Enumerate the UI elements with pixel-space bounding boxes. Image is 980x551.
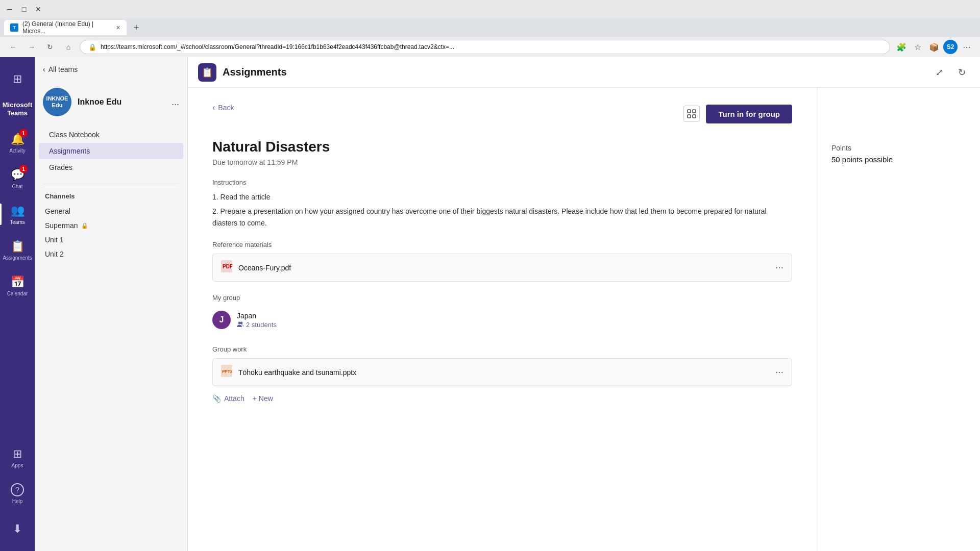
nav-grid-button[interactable]: ⊞ — [0, 61, 35, 97]
team-more-button[interactable]: ... — [172, 97, 179, 108]
pdf-file-icon: PDF — [221, 260, 232, 275]
assignments-header-icon: 📋 — [198, 63, 216, 82]
turn-in-group-button[interactable]: Turn in for group — [706, 105, 792, 123]
close-button[interactable]: ✕ — [33, 4, 44, 15]
group-students: 2 students — [237, 321, 277, 329]
all-teams-label: All teams — [48, 65, 78, 73]
tab-favicon: T — [10, 23, 18, 32]
tab-bar: T (2) General (Inknoe Edu) | Micros... ✕… — [0, 18, 980, 37]
apps-icon: ⊞ — [13, 447, 22, 461]
attach-icon: 📎 — [212, 394, 221, 403]
my-group-label: My group — [212, 294, 792, 302]
group-work-file-more-button[interactable]: ⋯ — [775, 367, 783, 377]
sidebar-item-assignments[interactable]: 📋 Assignments — [0, 232, 35, 268]
channel-unit1[interactable]: Unit 1 — [35, 233, 187, 247]
svg-rect-3 — [693, 115, 696, 118]
reference-materials-label: Reference materials — [212, 241, 792, 248]
window-controls[interactable]: ─ □ ✕ — [4, 4, 44, 15]
sidebar-item-activity[interactable]: 1 🔔 Activity — [0, 125, 35, 161]
assignment-top-actions: Turn in for group — [683, 105, 792, 123]
group-students-count: 2 students — [246, 321, 277, 329]
back-navigation-button[interactable]: ← — [6, 40, 20, 54]
apps-label: Apps — [12, 463, 23, 468]
settings-more-button[interactable]: ⋯ — [960, 40, 974, 54]
team-name: Inknoe Edu — [78, 97, 121, 107]
sidebar-item-chat[interactable]: 1 💬 Chat — [0, 161, 35, 196]
group-info: Japan 2 students — [237, 312, 277, 329]
sidebar-item-teams[interactable]: 👥 Teams — [0, 196, 35, 232]
class-notebook-link[interactable]: Class Notebook — [39, 127, 183, 143]
assignments-sidebar-link[interactable]: Assignments — [39, 143, 183, 159]
back-chevron-icon: ‹ — [43, 65, 45, 73]
group-work-file-card: PPTX Tōhoku earthquake and tsunami.pptx … — [212, 358, 792, 386]
attach-button[interactable]: 📎 Attach — [212, 392, 244, 405]
app-title: Microsoft Teams — [0, 97, 35, 125]
teams-sidebar: ‹ All teams INKNOE Edu Inknoe Edu ... Cl… — [35, 57, 188, 551]
expand-button[interactable]: ⤢ — [931, 64, 947, 81]
new-button[interactable]: + New — [253, 392, 273, 405]
svg-rect-1 — [693, 110, 696, 113]
assignment-due: Due tomorrow at 11:59 PM — [212, 158, 792, 166]
lock-icon: 🔒 — [81, 222, 88, 229]
channel-general-label: General — [45, 207, 70, 215]
grades-link[interactable]: Grades — [39, 159, 183, 176]
instructions-label: Instructions — [212, 179, 792, 186]
back-arrow-icon: ‹ — [212, 103, 215, 112]
sidebar-divider — [43, 184, 179, 184]
view-toggle-button[interactable] — [683, 106, 700, 122]
all-teams-back-button[interactable]: ‹ All teams — [43, 63, 78, 76]
view-icon — [687, 109, 696, 118]
group-avatar: J — [212, 311, 231, 329]
sidebar-item-download[interactable]: ⬇ — [0, 511, 35, 547]
svg-text:PPTX: PPTX — [222, 369, 232, 374]
active-tab[interactable]: T (2) General (Inknoe Edu) | Micros... ✕ — [4, 20, 127, 35]
reload-button[interactable]: ↻ — [43, 40, 57, 54]
teams-label: Teams — [10, 219, 24, 225]
points-section: Points 50 points possible — [831, 144, 966, 164]
sidebar-item-help[interactable]: ? Help — [0, 475, 35, 511]
url-input[interactable]: 🔒 https://teams.microsoft.com/_#/school/… — [80, 40, 890, 54]
channel-superman[interactable]: Superman 🔒 — [35, 218, 187, 233]
download-icon: ⬇ — [13, 522, 22, 536]
tab-close-button[interactable]: ✕ — [116, 24, 120, 31]
refresh-button[interactable]: ↻ — [953, 64, 970, 81]
channel-general[interactable]: General — [35, 204, 187, 218]
favorites-button[interactable]: ☆ — [911, 40, 925, 54]
assignments-nav-label: Assignments — [3, 255, 32, 261]
forward-navigation-button[interactable]: → — [24, 40, 39, 54]
chat-label: Chat — [12, 184, 22, 189]
group-work-label: Group work — [212, 345, 792, 353]
grid-icon: ⊞ — [13, 72, 22, 86]
new-tab-button[interactable]: + — [129, 20, 144, 35]
new-label: + New — [253, 394, 273, 403]
channel-unit2[interactable]: Unit 2 — [35, 247, 187, 261]
instruction-line-2: 2. Prepare a presentation on how your as… — [212, 206, 792, 229]
assignment-left-pane: ‹ Back — [188, 88, 817, 551]
svg-text:PDF: PDF — [223, 264, 232, 269]
sidebar-item-calendar[interactable]: 📅 Calendar — [0, 268, 35, 304]
help-icon: ? — [11, 483, 24, 496]
instructions-text: 1. Read the article 2. Prepare a present… — [212, 191, 792, 229]
activity-badge: 1 — [19, 129, 28, 137]
browser-chrome: ─ □ ✕ T (2) General (Inknoe Edu) | Micro… — [0, 0, 980, 57]
sidebar-nav: ⊞ Microsoft Teams 1 🔔 Activity 1 💬 Chat … — [0, 57, 35, 551]
pptx-icon-svg: PPTX — [221, 365, 232, 377]
group-work-section: Group work PPTX Tōhoku earthquake and ts… — [212, 345, 792, 405]
extensions-button[interactable]: 🧩 — [894, 40, 909, 54]
sidebar-item-apps[interactable]: ⊞ Apps — [0, 440, 35, 475]
my-group-section: My group J Japan — [212, 294, 792, 333]
reference-file-name: Oceans-Fury.pdf — [238, 264, 769, 272]
home-button[interactable]: ⌂ — [61, 40, 76, 54]
assignment-back-button[interactable]: ‹ Back — [212, 103, 234, 112]
calendar-icon: 📅 — [11, 276, 24, 289]
address-bar: ← → ↻ ⌂ 🔒 https://teams.microsoft.com/_#… — [0, 37, 980, 57]
maximize-button[interactable]: □ — [18, 4, 30, 15]
channel-unit2-label: Unit 2 — [45, 250, 64, 258]
minimize-button[interactable]: ─ — [4, 4, 15, 15]
collections-button[interactable]: 📦 — [927, 40, 941, 54]
browser-profile[interactable]: S2 — [943, 40, 958, 54]
main-content: 📋 Assignments ⤢ ↻ ‹ Back — [188, 57, 980, 551]
pdf-icon-svg: PDF — [221, 260, 232, 272]
reference-file-more-button[interactable]: ⋯ — [775, 263, 783, 272]
help-label: Help — [12, 498, 23, 504]
